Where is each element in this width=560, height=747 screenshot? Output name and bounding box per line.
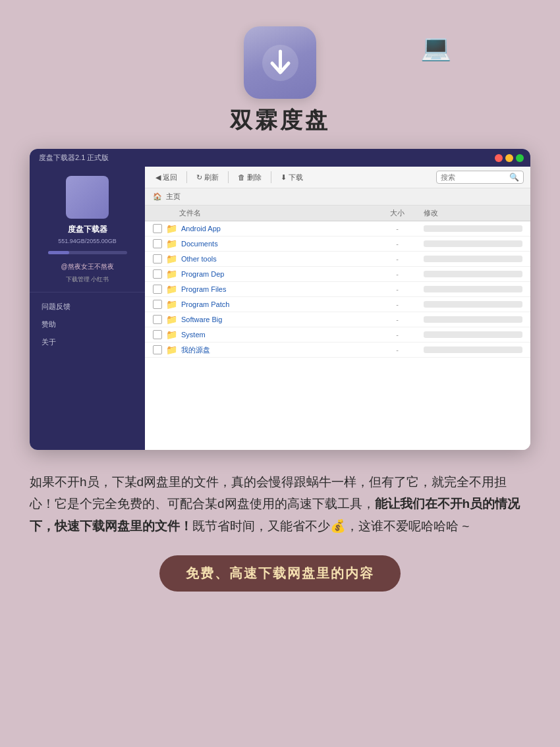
folder-icon: 📁 (166, 269, 177, 279)
folder-icon: 📁 (166, 284, 177, 294)
titlebar-text: 度盘下载器2.1 正式版 (39, 153, 109, 163)
window-dots (495, 154, 524, 162)
file-size: - (371, 300, 424, 308)
file-name: Android App (181, 225, 371, 233)
back-button[interactable]: ◀ 返回 (152, 171, 181, 184)
folder-icon: 📁 (166, 223, 177, 234)
screenshot-window: 度盘下载器2.1 正式版 度盘下载器 551.94GB/2055.00GB @熬… (30, 149, 530, 450)
info-col-header: 修改 (424, 208, 522, 218)
file-list-header: 文件名 大小 修改 (145, 206, 530, 221)
bottom-banner: 免费、高速下载网盘里的内容 (159, 555, 401, 592)
sidebar-menu-feedback[interactable]: 问题反馈 (30, 298, 145, 316)
file-info-blurred (424, 331, 522, 338)
app-icon-area: 💻 (13, 26, 547, 99)
file-checkbox[interactable] (153, 345, 162, 354)
sidebar-menu-sponsor[interactable]: 赞助 (30, 316, 145, 333)
file-size: - (371, 331, 424, 339)
table-row[interactable]: 📁 Documents - (145, 236, 530, 252)
file-checkbox[interactable] (153, 300, 162, 309)
search-input[interactable] (441, 173, 507, 181)
folder-icon: 📁 (166, 299, 177, 310)
file-name: Documents (181, 240, 371, 248)
delete-button[interactable]: 🗑 删除 (234, 171, 266, 184)
home-icon: 🏠 (153, 192, 162, 201)
avatar (66, 176, 109, 219)
file-info-blurred (424, 256, 522, 262)
toolbar-separator (186, 171, 187, 183)
breadcrumb: 🏠 主页 (145, 188, 530, 206)
table-row[interactable]: 📁 Program Dep - (145, 267, 530, 282)
file-checkbox[interactable] (153, 224, 162, 233)
file-name: System (181, 331, 371, 339)
folder-icon: 📁 (166, 329, 177, 340)
file-name: Software Big (181, 316, 371, 323)
checkbox-col-header (153, 208, 166, 218)
search-box[interactable]: 🔍 (436, 171, 524, 184)
maximize-button-dot[interactable] (516, 154, 524, 162)
main-text-suffix: 既节省时间，又能省不少💰，这谁不爱呢哈哈哈 ~ (192, 519, 469, 533)
sidebar-storage-bar (48, 251, 127, 254)
sidebar-divider (30, 292, 145, 292)
main-paragraph: 如果不开h员，下某d网盘里的文件，真的会慢得跟蜗牛一样，但有了它，就完全不用担心… (30, 471, 530, 537)
file-info-blurred (424, 240, 522, 247)
minimize-button-dot[interactable] (505, 154, 513, 162)
file-info-blurred (424, 225, 522, 232)
table-row[interactable]: 📁 我的源盘 - (145, 343, 530, 358)
table-row[interactable]: 📁 Android App - (145, 221, 530, 236)
table-row[interactable]: 📁 Program Patch - (145, 297, 530, 312)
file-name: Program Patch (181, 300, 371, 308)
filename-col-header: 文件名 (179, 208, 371, 218)
file-size: - (371, 346, 424, 354)
app-icon (244, 26, 316, 99)
file-size: - (371, 270, 424, 278)
file-info-blurred (424, 286, 522, 292)
sidebar-storage-fill (48, 251, 69, 254)
app-title: 双霖度盘 (230, 105, 330, 136)
file-name: Program Files (181, 285, 371, 293)
bottom-banner-text: 免费、高速下载网盘里的内容 (186, 566, 374, 580)
file-checkbox[interactable] (153, 269, 162, 279)
file-size: - (371, 240, 424, 248)
file-size: - (371, 316, 424, 323)
sidebar-menu-about[interactable]: 关于 (30, 333, 145, 351)
file-info-blurred (424, 301, 522, 308)
folder-icon: 📁 (166, 345, 177, 355)
table-row[interactable]: 📁 System - (145, 327, 530, 343)
folder-icon: 📁 (166, 238, 177, 249)
table-row[interactable]: 📁 Program Files - (145, 282, 530, 297)
file-checkbox[interactable] (153, 315, 162, 324)
refresh-button[interactable]: ↻ 刷新 (192, 171, 223, 184)
sidebar-storage: 551.94GB/2055.00GB (58, 238, 117, 244)
toolbar: ◀ 返回 ↻ 刷新 🗑 删除 ⬇ 下载 🔍 (145, 167, 530, 188)
body-text-section: 如果不开h员，下某d网盘里的文件，真的会慢得跟蜗牛一样，但有了它，就完全不用担心… (30, 471, 530, 537)
file-info-blurred (424, 316, 522, 323)
file-checkbox[interactable] (153, 239, 162, 248)
file-size: - (371, 225, 424, 233)
table-row[interactable]: 📁 Other tools - (145, 252, 530, 267)
file-list: 📁 Android App - 📁 Documents - 📁 Other to… (145, 221, 530, 450)
file-info-blurred (424, 346, 522, 353)
size-col-header: 大小 (371, 208, 424, 218)
folder-icon: 📁 (166, 254, 177, 264)
file-size: - (371, 285, 424, 293)
main-panel: ◀ 返回 ↻ 刷新 🗑 删除 ⬇ 下载 🔍 🏠 主页 (145, 167, 530, 450)
file-checkbox[interactable] (153, 254, 162, 263)
breadcrumb-label: 主页 (166, 192, 181, 202)
file-name: Program Dep (181, 270, 371, 278)
sidebar-subtitle: 下载管理 小红书 (66, 275, 109, 284)
file-name: Other tools (181, 255, 371, 263)
close-button-dot[interactable] (495, 154, 503, 162)
laptop-icon: 💻 (420, 33, 451, 62)
file-checkbox[interactable] (153, 330, 162, 339)
toolbar-separator-3 (271, 171, 271, 183)
table-row[interactable]: 📁 Software Big - (145, 312, 530, 327)
file-info-blurred (424, 271, 522, 277)
download-button[interactable]: ⬇ 下载 (277, 171, 307, 184)
folder-icon: 📁 (166, 314, 177, 325)
sidebar: 度盘下载器 551.94GB/2055.00GB @熬夜女王不熬夜 下载管理 小… (30, 167, 145, 450)
search-icon: 🔍 (509, 173, 519, 182)
toolbar-separator-2 (228, 171, 229, 183)
file-checkbox[interactable] (153, 285, 162, 294)
window-titlebar: 度盘下载器2.1 正式版 (30, 149, 530, 167)
icon-col-header (166, 208, 179, 218)
